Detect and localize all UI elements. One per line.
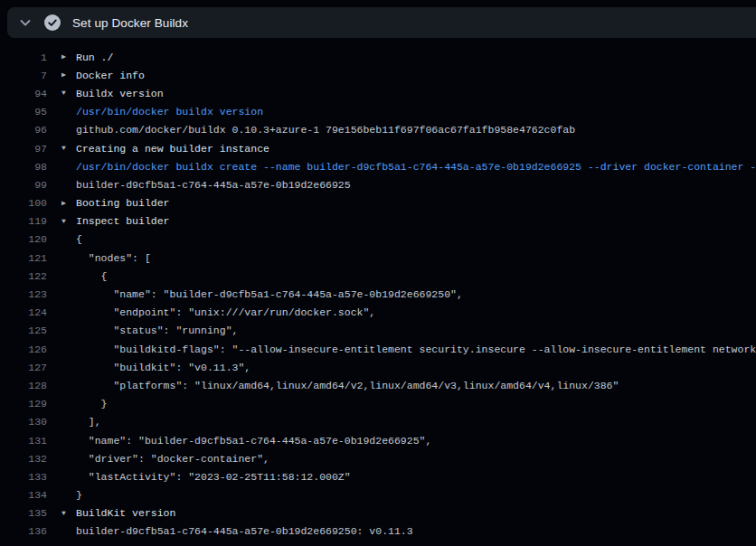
line-number[interactable]: 136 [0,525,47,537]
log-line: 131 "name": "builder-d9cfb5a1-c764-445a-… [0,431,756,449]
line-number[interactable]: 121 [0,252,47,264]
log-group-line[interactable]: 135 ▼ BuildKit version [0,504,756,522]
line-text: /usr/bin/docker buildx create --name bui… [76,161,756,173]
line-number[interactable]: 133 [0,471,47,483]
line-number[interactable]: 95 [0,106,47,118]
log-line: 134 } [0,486,756,504]
log-line: 127 "buildkit": "v0.11.3", [0,358,756,376]
group-expanded-marker-icon: ▼ [61,84,76,102]
line-number[interactable]: 132 [0,453,47,465]
log-line: 121 "nodes": [ [0,249,756,267]
log-group-line[interactable]: 1 ▶ Run ./ [0,48,756,66]
line-text: { [76,233,756,245]
log-line: 96 github.com/docker/buildx 0.10.3+azure… [0,121,756,139]
line-text: "status": "running", [76,325,756,336]
line-text: builder-d9cfb5a1-c764-445a-a57e-0b19d2e6… [76,179,756,191]
line-number[interactable]: 128 [0,380,47,391]
log-line: 99 builder-d9cfb5a1-c764-445a-a57e-0b19d… [0,175,756,193]
log-line: 126 "buildkitd-flags": "--allow-insecure… [0,340,756,358]
line-text: BuildKit version [76,507,756,519]
log-line: 132 "driver": "docker-container", [0,449,756,467]
log-line: 120 { [0,231,756,249]
line-number[interactable]: 94 [0,88,47,99]
line-text: builder-d9cfb5a1-c764-445a-a57e-0b19d2e6… [76,525,756,537]
step-header[interactable]: Set up Docker Buildx [7,7,756,38]
line-text: /usr/bin/docker buildx version [76,106,756,118]
line-text: github.com/docker/buildx 0.10.3+azure-1 … [76,124,756,136]
line-text: "nodes": [ [76,252,756,264]
log-line: 129 } [0,395,756,413]
line-text: { [76,270,756,282]
line-text: "buildkit": "v0.11.3", [76,362,756,373]
log-line: 122 { [0,267,756,285]
line-text: Creating a new builder instance [76,143,756,155]
group-expanded-marker-icon: ▼ [61,139,76,157]
line-text: Booting builder [76,197,756,209]
log-line: 123 "name": "builder-d9cfb5a1-c764-445a-… [0,285,756,303]
log-line: 98 /usr/bin/docker buildx create --name … [0,157,756,175]
line-text: Run ./ [76,52,756,63]
line-number[interactable]: 1 [0,52,47,63]
chevron-down-icon[interactable] [18,15,33,30]
line-number[interactable]: 120 [0,233,47,245]
log-line: 95 /usr/bin/docker buildx version [0,103,756,121]
line-text: "lastActivity": "2023-02-25T11:58:12.000… [76,471,756,483]
log-line: 130 ], [0,413,756,431]
line-text: } [76,489,756,501]
log-group-line[interactable]: 100 ▶ Booting builder [0,194,756,212]
line-text: "buildkitd-flags": "--allow-insecure-ent… [76,344,756,355]
line-text: "endpoint": "unix:///var/run/docker.sock… [76,306,756,318]
line-text: Inspect builder [76,215,756,227]
line-text: Docker info [76,70,756,81]
line-text: "name": "builder-d9cfb5a1-c764-445a-a57e… [76,435,756,447]
group-expanded-marker-icon: ▼ [61,504,76,522]
group-collapsed-marker-icon: ▶ [61,66,76,84]
line-number[interactable]: 99 [0,179,47,191]
log-line: 124 "endpoint": "unix:///var/run/docker.… [0,304,756,322]
line-text: Buildx version [76,88,756,99]
line-number[interactable]: 124 [0,306,47,318]
step-title: Set up Docker Buildx [72,16,188,30]
group-collapsed-marker-icon: ▶ [61,194,76,212]
line-number[interactable]: 126 [0,344,47,355]
log-group-line[interactable]: 94 ▼ Buildx version [0,84,756,102]
log-line: 128 "platforms": "linux/amd64,linux/amd6… [0,376,756,394]
line-number[interactable]: 135 [0,507,47,519]
line-number[interactable]: 130 [0,416,47,428]
line-number[interactable]: 129 [0,398,47,410]
log-group-line[interactable]: 7 ▶ Docker info [0,66,756,84]
line-text: ], [76,416,756,428]
line-number[interactable]: 125 [0,325,47,336]
line-text: "platforms": "linux/amd64,linux/amd64/v2… [76,380,756,391]
group-collapsed-marker-icon: ▶ [61,48,76,66]
line-number[interactable]: 96 [0,124,47,136]
line-number[interactable]: 119 [0,215,47,227]
line-text: "name": "builder-d9cfb5a1-c764-445a-a57e… [76,288,756,300]
line-text: } [76,398,756,410]
log-line: 136 builder-d9cfb5a1-c764-445a-a57e-0b19… [0,522,756,541]
line-text: "driver": "docker-container", [76,453,756,465]
line-number[interactable]: 98 [0,161,47,173]
line-number[interactable]: 7 [0,70,47,81]
line-number[interactable]: 122 [0,270,47,282]
group-expanded-marker-icon: ▼ [61,212,76,231]
line-number[interactable]: 100 [0,197,47,209]
line-number[interactable]: 131 [0,435,47,447]
line-number[interactable]: 123 [0,288,47,300]
log-lines: 1 ▶ Run ./ 7 ▶ Docker info 94 ▼ Buildx v… [0,48,756,541]
line-number[interactable]: 127 [0,362,47,373]
line-number[interactable]: 97 [0,143,47,155]
log-line: 133 "lastActivity": "2023-02-25T11:58:12… [0,467,756,485]
log-group-line[interactable]: 119 ▼ Inspect builder [0,212,756,231]
check-circle-icon [44,14,61,31]
log-line: 125 "status": "running", [0,322,756,340]
line-number[interactable]: 134 [0,489,47,501]
log-group-line[interactable]: 97 ▼ Creating a new builder instance [0,139,756,157]
